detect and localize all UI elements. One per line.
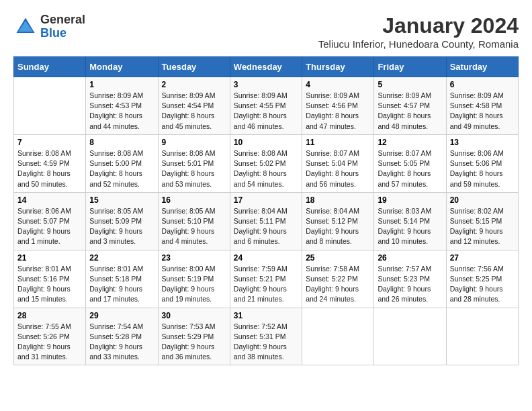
day-info: Sunrise: 8:00 AMSunset: 5:19 PMDaylight:… bbox=[162, 264, 226, 305]
day-cell: 14Sunrise: 8:06 AMSunset: 5:07 PMDayligh… bbox=[14, 192, 86, 250]
day-cell: 13Sunrise: 8:06 AMSunset: 5:06 PMDayligh… bbox=[446, 134, 518, 192]
day-info: Sunrise: 8:07 AMSunset: 5:05 PMDaylight:… bbox=[378, 148, 442, 189]
day-cell: 5Sunrise: 8:09 AMSunset: 4:57 PMDaylight… bbox=[374, 77, 446, 135]
day-number: 28 bbox=[17, 311, 82, 320]
day-cell: 19Sunrise: 8:03 AMSunset: 5:14 PMDayligh… bbox=[374, 192, 446, 250]
day-info: Sunrise: 8:04 AMSunset: 5:11 PMDaylight:… bbox=[234, 206, 298, 247]
day-number: 5 bbox=[378, 80, 442, 89]
day-info: Sunrise: 7:59 AMSunset: 5:21 PMDaylight:… bbox=[234, 264, 298, 305]
week-row: 1Sunrise: 8:09 AMSunset: 4:53 PMDaylight… bbox=[14, 77, 519, 135]
day-number: 12 bbox=[378, 138, 442, 147]
day-cell: 28Sunrise: 7:55 AMSunset: 5:26 PMDayligh… bbox=[14, 308, 86, 365]
day-number: 10 bbox=[234, 138, 298, 147]
day-info: Sunrise: 8:09 AMSunset: 4:53 PMDaylight:… bbox=[89, 91, 154, 132]
header-day: Thursday bbox=[302, 57, 374, 77]
day-info: Sunrise: 8:09 AMSunset: 4:58 PMDaylight:… bbox=[450, 91, 515, 132]
location-title: Teliucu Inferior, Hunedoara County, Roma… bbox=[318, 38, 519, 50]
day-info: Sunrise: 7:53 AMSunset: 5:29 PMDaylight:… bbox=[162, 322, 226, 363]
day-info: Sunrise: 8:08 AMSunset: 4:59 PMDaylight:… bbox=[17, 148, 82, 189]
header-day: Saturday bbox=[446, 57, 518, 77]
day-info: Sunrise: 8:01 AMSunset: 5:16 PMDaylight:… bbox=[17, 264, 82, 305]
logo-general: General bbox=[40, 13, 85, 27]
day-number: 18 bbox=[306, 195, 370, 205]
day-number: 3 bbox=[234, 80, 298, 89]
day-cell: 25Sunrise: 7:58 AMSunset: 5:22 PMDayligh… bbox=[302, 250, 374, 308]
page-header: General Blue January 2024 Teliucu Inferi… bbox=[13, 13, 519, 50]
day-number: 29 bbox=[89, 311, 154, 320]
day-info: Sunrise: 8:04 AMSunset: 5:12 PMDaylight:… bbox=[306, 206, 370, 247]
day-number: 13 bbox=[450, 138, 515, 147]
month-title: January 2024 bbox=[318, 13, 519, 38]
day-info: Sunrise: 8:05 AMSunset: 5:10 PMDaylight:… bbox=[162, 206, 226, 247]
header-day: Tuesday bbox=[158, 57, 230, 77]
day-cell bbox=[374, 308, 446, 365]
day-cell: 23Sunrise: 8:00 AMSunset: 5:19 PMDayligh… bbox=[158, 250, 230, 308]
day-number: 20 bbox=[450, 195, 515, 205]
day-info: Sunrise: 8:08 AMSunset: 5:01 PMDaylight:… bbox=[162, 148, 226, 189]
day-cell: 18Sunrise: 8:04 AMSunset: 5:12 PMDayligh… bbox=[302, 192, 374, 250]
day-info: Sunrise: 7:57 AMSunset: 5:23 PMDaylight:… bbox=[378, 264, 442, 305]
day-number: 2 bbox=[162, 80, 226, 89]
week-row: 21Sunrise: 8:01 AMSunset: 5:16 PMDayligh… bbox=[14, 250, 519, 308]
day-cell: 29Sunrise: 7:54 AMSunset: 5:28 PMDayligh… bbox=[86, 308, 158, 365]
day-cell: 8Sunrise: 8:08 AMSunset: 5:00 PMDaylight… bbox=[86, 134, 158, 192]
logo-text: General Blue bbox=[40, 13, 85, 40]
day-number: 7 bbox=[17, 138, 82, 147]
day-cell: 22Sunrise: 8:01 AMSunset: 5:18 PMDayligh… bbox=[86, 250, 158, 308]
day-number: 19 bbox=[378, 195, 442, 205]
week-row: 14Sunrise: 8:06 AMSunset: 5:07 PMDayligh… bbox=[14, 192, 519, 250]
day-cell: 24Sunrise: 7:59 AMSunset: 5:21 PMDayligh… bbox=[230, 250, 302, 308]
day-cell: 9Sunrise: 8:08 AMSunset: 5:01 PMDaylight… bbox=[158, 134, 230, 192]
day-number: 24 bbox=[234, 253, 298, 263]
day-info: Sunrise: 7:56 AMSunset: 5:25 PMDaylight:… bbox=[450, 264, 515, 305]
day-cell: 2Sunrise: 8:09 AMSunset: 4:54 PMDaylight… bbox=[158, 77, 230, 135]
day-cell: 20Sunrise: 8:02 AMSunset: 5:15 PMDayligh… bbox=[446, 192, 518, 250]
calendar-table: SundayMondayTuesdayWednesdayThursdayFrid… bbox=[13, 56, 519, 365]
day-info: Sunrise: 8:09 AMSunset: 4:57 PMDaylight:… bbox=[378, 91, 442, 132]
day-cell: 17Sunrise: 8:04 AMSunset: 5:11 PMDayligh… bbox=[230, 192, 302, 250]
day-number: 31 bbox=[234, 311, 298, 320]
logo-blue: Blue bbox=[40, 27, 85, 40]
day-number: 25 bbox=[306, 253, 370, 263]
day-info: Sunrise: 8:06 AMSunset: 5:07 PMDaylight:… bbox=[17, 206, 82, 247]
day-info: Sunrise: 8:05 AMSunset: 5:09 PMDaylight:… bbox=[89, 206, 154, 247]
day-cell: 3Sunrise: 8:09 AMSunset: 4:55 PMDaylight… bbox=[230, 77, 302, 135]
day-cell: 12Sunrise: 8:07 AMSunset: 5:05 PMDayligh… bbox=[374, 134, 446, 192]
header-day: Wednesday bbox=[230, 57, 302, 77]
day-cell: 31Sunrise: 7:52 AMSunset: 5:31 PMDayligh… bbox=[230, 308, 302, 365]
day-info: Sunrise: 8:08 AMSunset: 5:02 PMDaylight:… bbox=[234, 148, 298, 189]
day-info: Sunrise: 8:07 AMSunset: 5:04 PMDaylight:… bbox=[306, 148, 370, 189]
day-cell: 1Sunrise: 8:09 AMSunset: 4:53 PMDaylight… bbox=[86, 77, 158, 135]
day-number: 30 bbox=[162, 311, 226, 320]
day-cell: 30Sunrise: 7:53 AMSunset: 5:29 PMDayligh… bbox=[158, 308, 230, 365]
day-number: 8 bbox=[89, 138, 154, 147]
day-number: 6 bbox=[450, 80, 515, 89]
day-number: 9 bbox=[162, 138, 226, 147]
day-cell: 15Sunrise: 8:05 AMSunset: 5:09 PMDayligh… bbox=[86, 192, 158, 250]
day-number: 16 bbox=[162, 195, 226, 205]
header-day: Sunday bbox=[14, 57, 86, 77]
day-info: Sunrise: 8:06 AMSunset: 5:06 PMDaylight:… bbox=[450, 148, 515, 189]
day-cell bbox=[14, 77, 86, 135]
logo: General Blue bbox=[13, 13, 85, 40]
day-number: 4 bbox=[306, 80, 370, 89]
day-cell: 7Sunrise: 8:08 AMSunset: 4:59 PMDaylight… bbox=[14, 134, 86, 192]
day-cell: 4Sunrise: 8:09 AMSunset: 4:56 PMDaylight… bbox=[302, 77, 374, 135]
day-info: Sunrise: 7:52 AMSunset: 5:31 PMDaylight:… bbox=[234, 322, 298, 363]
day-cell: 10Sunrise: 8:08 AMSunset: 5:02 PMDayligh… bbox=[230, 134, 302, 192]
day-info: Sunrise: 7:58 AMSunset: 5:22 PMDaylight:… bbox=[306, 264, 370, 305]
day-cell bbox=[302, 308, 374, 365]
day-number: 26 bbox=[378, 253, 442, 263]
day-number: 23 bbox=[162, 253, 226, 263]
day-cell: 21Sunrise: 8:01 AMSunset: 5:16 PMDayligh… bbox=[14, 250, 86, 308]
day-info: Sunrise: 8:09 AMSunset: 4:56 PMDaylight:… bbox=[306, 91, 370, 132]
day-info: Sunrise: 8:08 AMSunset: 5:00 PMDaylight:… bbox=[89, 148, 154, 189]
day-number: 1 bbox=[89, 80, 154, 89]
day-info: Sunrise: 8:09 AMSunset: 4:55 PMDaylight:… bbox=[234, 91, 298, 132]
day-info: Sunrise: 8:02 AMSunset: 5:15 PMDaylight:… bbox=[450, 206, 515, 247]
day-number: 17 bbox=[234, 195, 298, 205]
title-area: January 2024 Teliucu Inferior, Hunedoara… bbox=[318, 13, 519, 50]
day-cell: 11Sunrise: 8:07 AMSunset: 5:04 PMDayligh… bbox=[302, 134, 374, 192]
day-cell: 26Sunrise: 7:57 AMSunset: 5:23 PMDayligh… bbox=[374, 250, 446, 308]
day-number: 21 bbox=[17, 253, 82, 263]
